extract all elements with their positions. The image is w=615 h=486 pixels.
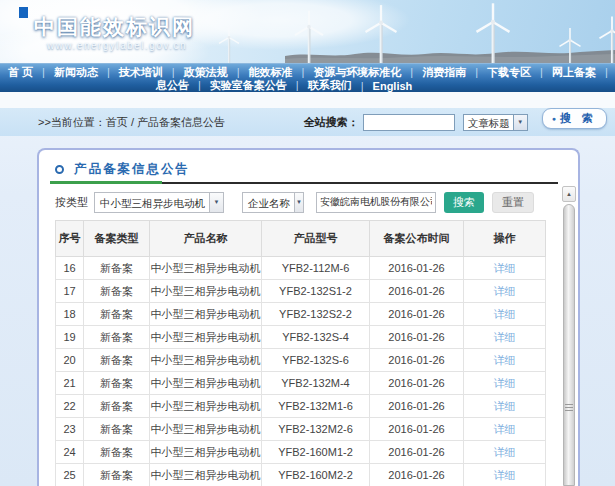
cell-no: 20 bbox=[56, 349, 84, 372]
logo-flag-icon bbox=[19, 7, 28, 18]
cell-action: 详细 bbox=[464, 303, 546, 326]
site-search-input[interactable] bbox=[363, 114, 455, 131]
cell-model: YFB2-132M2-6 bbox=[262, 418, 370, 441]
cell-model: YFB2-132S-4 bbox=[262, 326, 370, 349]
cell-date: 2016-01-26 bbox=[370, 418, 464, 441]
detail-link[interactable]: 详细 bbox=[494, 308, 516, 320]
circle-bullet-icon bbox=[55, 165, 64, 174]
cell-type: 新备案 bbox=[84, 326, 150, 349]
cell-no: 19 bbox=[56, 326, 84, 349]
company-name-input[interactable] bbox=[316, 192, 436, 213]
divider-dark-segment bbox=[162, 182, 558, 184]
nav-item[interactable]: 网上备案 bbox=[531, 65, 596, 80]
cell-type: 新备案 bbox=[84, 441, 150, 464]
detail-link[interactable]: 详细 bbox=[494, 423, 516, 435]
section-title-row: 产品备案信息公告 bbox=[39, 160, 190, 178]
detail-link[interactable]: 详细 bbox=[494, 331, 516, 343]
table-row: 16 新备案 中小型三相异步电动机 YFB2-112M-6 2016-01-26… bbox=[56, 257, 546, 280]
cell-action: 详细 bbox=[464, 326, 546, 349]
filter-bar: 按类型 中小型三相异步电动机 ▼ 企业名称 ▼ 搜索 重置 bbox=[55, 191, 534, 213]
wind-turbine-icon bbox=[360, 2, 402, 63]
cell-action: 详细 bbox=[464, 257, 546, 280]
cell-type: 新备案 bbox=[84, 303, 150, 326]
cell-type: 新备案 bbox=[84, 418, 150, 441]
nav-item[interactable]: 技术培训 bbox=[98, 65, 163, 80]
chevron-down-icon[interactable]: ▼ bbox=[209, 193, 223, 212]
table-header-cell: 备案公布时间 bbox=[370, 221, 464, 257]
table-header-cell: 操作 bbox=[464, 221, 546, 257]
table-row: 23 新备案 中小型三相异步电动机 YFB2-132M2-6 2016-01-2… bbox=[56, 418, 546, 441]
nav-row-2: 息公告实验室备案公告联系我们English bbox=[8, 79, 607, 92]
detail-link[interactable]: 详细 bbox=[494, 262, 516, 274]
cell-name: 中小型三相异步电动机 bbox=[150, 441, 262, 464]
nav-item[interactable]: 实验室备案公告 bbox=[189, 78, 287, 93]
site-url: www.energylabel.gov.cn bbox=[47, 40, 187, 51]
cell-model: YFB2-160M2-2 bbox=[262, 464, 370, 486]
wind-turbine-icon bbox=[555, 26, 585, 63]
cell-date: 2016-01-26 bbox=[370, 372, 464, 395]
table-row: 19 新备案 中小型三相异步电动机 YFB2-132S-4 2016-01-26… bbox=[56, 326, 546, 349]
table-row: 18 新备案 中小型三相异步电动机 YFB2-132S2-2 2016-01-2… bbox=[56, 303, 546, 326]
cell-action: 详细 bbox=[464, 464, 546, 486]
nav-item[interactable]: 新闻动态 bbox=[33, 65, 98, 80]
table-header-cell: 序号 bbox=[56, 221, 84, 257]
cell-name: 中小型三相异步电动机 bbox=[150, 395, 262, 418]
cell-date: 2016-01-26 bbox=[370, 464, 464, 486]
detail-link[interactable]: 详细 bbox=[494, 285, 516, 297]
nav-item[interactable]: 首 页 bbox=[8, 65, 33, 80]
scroll-up-arrow-icon[interactable]: ▲ bbox=[562, 186, 576, 202]
cell-no: 17 bbox=[56, 280, 84, 303]
cell-name: 中小型三相异步电动机 bbox=[150, 257, 262, 280]
table-header-row: 序号备案类型产品名称产品型号备案公布时间操作 bbox=[56, 221, 546, 257]
scrollbar-thumb[interactable] bbox=[563, 204, 575, 486]
detail-link[interactable]: 详细 bbox=[494, 400, 516, 412]
cell-name: 中小型三相异步电动机 bbox=[150, 349, 262, 372]
scrollbar-grip-icon[interactable] bbox=[565, 404, 573, 411]
cell-no: 21 bbox=[56, 372, 84, 395]
cell-no: 18 bbox=[56, 303, 84, 326]
chevron-down-icon[interactable]: ▼ bbox=[294, 193, 303, 212]
cell-date: 2016-01-26 bbox=[370, 280, 464, 303]
cell-type: 新备案 bbox=[84, 280, 150, 303]
filter-type-select[interactable]: 中小型三相异步电动机 ▼ bbox=[94, 192, 224, 213]
cell-date: 2016-01-26 bbox=[370, 303, 464, 326]
wind-turbine-icon bbox=[215, 24, 243, 63]
table-row: 20 新备案 中小型三相异步电动机 YFB2-132S-6 2016-01-26… bbox=[56, 349, 546, 372]
nav-item[interactable]: 息公告 bbox=[156, 78, 189, 93]
cell-name: 中小型三相异步电动机 bbox=[150, 280, 262, 303]
search-button[interactable]: 搜索 bbox=[444, 192, 484, 213]
cell-name: 中小型三相异步电动机 bbox=[150, 372, 262, 395]
detail-link[interactable]: 详细 bbox=[494, 446, 516, 458]
cell-model: YFB2-132M1-6 bbox=[262, 395, 370, 418]
site-search-field-select[interactable]: 文章标题 ▼ bbox=[463, 114, 528, 131]
filter-field-select[interactable]: 企业名称 ▼ bbox=[242, 192, 304, 213]
site-banner: 中国能效标识网 www.energylabel.gov.cn bbox=[0, 0, 615, 63]
table-row: 17 新备案 中小型三相异步电动机 YFB2-132S1-2 2016-01-2… bbox=[56, 280, 546, 303]
detail-link[interactable]: 详细 bbox=[494, 469, 516, 481]
table-header-cell: 备案类型 bbox=[84, 221, 150, 257]
inner-scrollbar[interactable]: ▲ bbox=[562, 186, 576, 486]
cell-no: 23 bbox=[56, 418, 84, 441]
cell-no: 24 bbox=[56, 441, 84, 464]
table-row: 21 新备案 中小型三相异步电动机 YFB2-132M-4 2016-01-26… bbox=[56, 372, 546, 395]
cell-date: 2016-01-26 bbox=[370, 441, 464, 464]
site-search-button[interactable]: ● 搜 索 bbox=[542, 108, 607, 129]
cell-name: 中小型三相异步电动机 bbox=[150, 418, 262, 441]
cell-action: 详细 bbox=[464, 372, 546, 395]
nav-item[interactable]: 产品备案信 bbox=[596, 65, 615, 80]
detail-link[interactable]: 详细 bbox=[494, 377, 516, 389]
table-header-cell: 产品型号 bbox=[262, 221, 370, 257]
cell-action: 详细 bbox=[464, 395, 546, 418]
chevron-down-icon[interactable]: ▼ bbox=[513, 115, 527, 130]
wind-turbine-icon bbox=[595, 14, 615, 63]
nav-item[interactable]: English bbox=[352, 80, 413, 92]
cell-action: 详细 bbox=[464, 280, 546, 303]
detail-link[interactable]: 详细 bbox=[494, 354, 516, 366]
nav-item[interactable]: 下载专区 bbox=[466, 65, 531, 80]
reset-button[interactable]: 重置 bbox=[492, 192, 534, 213]
cell-type: 新备案 bbox=[84, 257, 150, 280]
page-title: 产品备案信息公告 bbox=[74, 161, 190, 178]
nav-item[interactable]: 消费指南 bbox=[401, 65, 466, 80]
cell-name: 中小型三相异步电动机 bbox=[150, 303, 262, 326]
nav-item[interactable]: 联系我们 bbox=[287, 78, 352, 93]
